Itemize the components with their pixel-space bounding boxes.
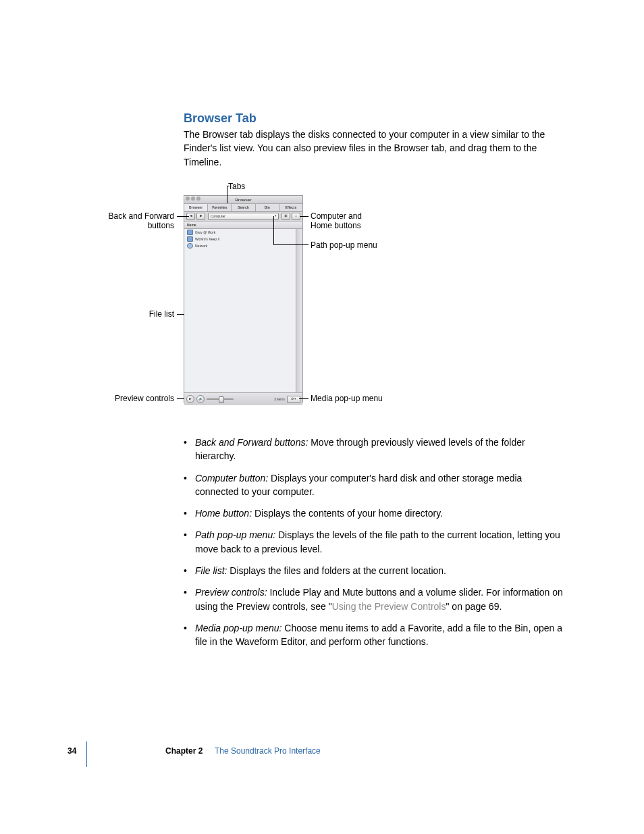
callout-tabs: Tabs [228, 182, 245, 191]
volume-slider[interactable] [207, 398, 234, 400]
media-popup-menu[interactable]: ✿ ▾ [287, 396, 300, 403]
tab-browser[interactable]: Browser [184, 204, 208, 211]
bullet-item: Home button: Displays the contents of yo… [195, 506, 565, 520]
callout-text: Computer and [311, 211, 362, 221]
forward-button[interactable]: ▶ [196, 213, 205, 220]
disk-icon [187, 230, 193, 235]
list-item[interactable]: Gary @ Work [184, 229, 302, 236]
bullet-term: Preview controls: [195, 587, 267, 598]
callout-text: buttons [148, 221, 174, 230]
page: Browser Tab The Browser tab displays the… [0, 0, 644, 834]
list-item[interactable]: Network [184, 242, 302, 249]
callout-path-popup: Path pop-up menu [311, 240, 377, 250]
bullet-term: File list: [195, 565, 227, 576]
tab-search[interactable]: Search [232, 204, 255, 211]
file-list[interactable]: Gary @ Work Wizard's Keep II Network [184, 229, 302, 393]
items-count: 3 items [274, 397, 285, 401]
list-item[interactable]: Wizard's Keep II [184, 236, 302, 242]
callout-line [273, 244, 308, 245]
file-name: Gary @ Work [195, 230, 215, 234]
callout-line [300, 216, 308, 217]
file-name: Network [195, 244, 207, 248]
bullet-item: Computer button: Displays your computer'… [195, 471, 565, 499]
computer-button[interactable]: ▣ [281, 213, 290, 220]
path-popup-menu[interactable]: Computer [208, 213, 279, 220]
close-icon [186, 197, 190, 201]
callout-line [299, 398, 308, 399]
bullet-term: Home button: [195, 508, 252, 519]
bullet-desc: Displays the contents of your home direc… [252, 508, 443, 519]
bullet-term: Path pop-up menu: [195, 529, 275, 540]
callout-text: Back and Forward [109, 211, 174, 221]
column-header: Name [184, 221, 302, 229]
file-name: Wizard's Keep II [195, 237, 219, 241]
bullet-item: Media pop-up menu: Choose menu items to … [195, 621, 565, 649]
section-title: Browser Tab [184, 111, 257, 126]
bullet-term: Media pop-up menu: [195, 623, 281, 633]
window-titlebar: Browser [184, 196, 302, 204]
tab-bin[interactable]: Bin [256, 204, 279, 211]
bullet-list: Back and Forward buttons: Move through p… [195, 436, 565, 657]
callout-text: Home buttons [311, 221, 361, 230]
chapter-label: Chapter 2 [165, 746, 203, 756]
callout-line [177, 314, 184, 315]
callout-media-popup: Media pop-up menu [311, 394, 383, 403]
tab-effects[interactable]: Effects [279, 204, 302, 211]
bullet-item: Path pop-up menu: Displays the levels of… [195, 528, 565, 556]
callout-line [273, 216, 274, 245]
callout-computer-home: Computer and Home buttons [311, 211, 362, 231]
bullet-item: Preview controls: Include Play and Mute … [195, 585, 565, 613]
toolbar: ◀ ▶ Computer ▣ ⌂ [184, 212, 302, 221]
disk-icon [187, 236, 193, 242]
mute-button[interactable]: 🔉 [196, 395, 205, 403]
bullet-term: Computer button: [195, 473, 268, 484]
callout-back-forward: Back and Forward buttons [68, 211, 174, 231]
footer-rule [86, 741, 87, 767]
browser-window-figure: Browser Browser Favorites Search Bin Eff… [184, 195, 303, 403]
tab-favorites[interactable]: Favorites [208, 204, 232, 211]
callout-line [177, 398, 184, 399]
bullet-desc: Displays the files and folders at the cu… [227, 565, 446, 576]
bullet-item: Back and Forward buttons: Move through p… [195, 436, 565, 463]
bullet-desc: " on page 69. [446, 601, 502, 612]
scrollbar[interactable] [296, 229, 302, 392]
tab-bar: Browser Favorites Search Bin Effects [184, 204, 302, 212]
traffic-lights [186, 197, 200, 201]
section-intro: The Browser tab displays the disks conne… [184, 128, 565, 169]
callout-preview-controls: Preview controls [68, 394, 174, 403]
callout-line [227, 186, 227, 203]
network-icon [187, 243, 193, 249]
callout-line [227, 186, 230, 186]
minimize-icon [191, 197, 195, 201]
callout-line [177, 216, 189, 217]
chapter-title: The Soundtrack Pro Interface [215, 746, 321, 756]
bullet-term: Back and Forward buttons: [195, 437, 308, 448]
preview-controls-bar: ▶ 🔉 3 items ✿ ▾ [184, 393, 302, 405]
cross-reference-link[interactable]: Using the Preview Controls [332, 601, 446, 612]
bullet-item: File list: Displays the files and folder… [195, 564, 565, 577]
window-title: Browser [235, 198, 251, 202]
play-button[interactable]: ▶ [186, 395, 194, 403]
zoom-icon [196, 197, 200, 201]
callout-file-list: File list [68, 309, 174, 319]
page-number: 34 [68, 746, 76, 756]
